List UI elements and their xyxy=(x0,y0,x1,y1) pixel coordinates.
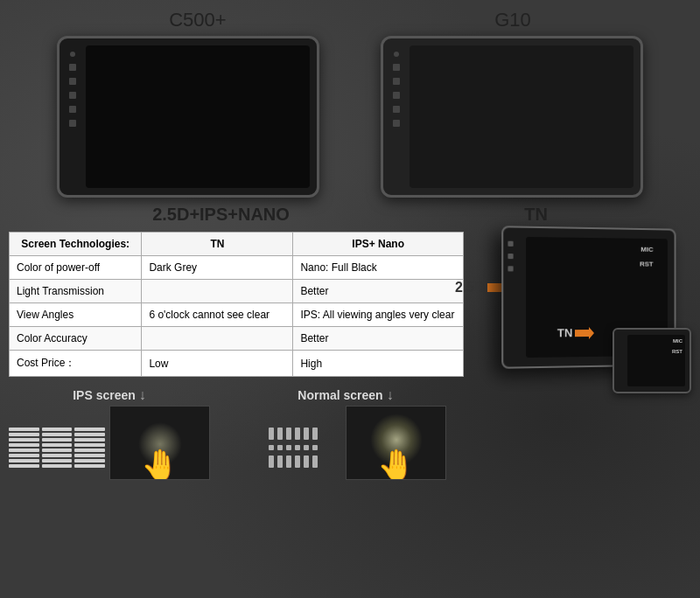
normal-label: Normal screen ↓ xyxy=(298,387,393,403)
tn-cell xyxy=(142,327,293,351)
device-small-mockup: MIC RST xyxy=(612,328,691,393)
ips-cell: Nano: Full Black xyxy=(293,256,464,280)
ips-cell: High xyxy=(293,351,464,377)
g10-mockup xyxy=(381,36,643,198)
rst-label-2: RST xyxy=(672,349,682,354)
c500-screen xyxy=(86,45,310,188)
ips-cell: Better xyxy=(293,327,464,351)
mic-label-1: MIC xyxy=(640,246,653,254)
ips-touch-panel: 🤚 xyxy=(109,406,210,480)
normal-lines-graphic xyxy=(245,414,341,480)
sidebar-icon-2 xyxy=(69,78,76,85)
g10-icon-1 xyxy=(393,64,400,71)
sidebar-dot-1 xyxy=(70,52,75,57)
sidebar-icon-5 xyxy=(69,120,76,127)
rst-label-1: RST xyxy=(640,261,653,268)
g10-icon-3 xyxy=(393,92,400,99)
ips-cell: IPS: All viewing angles very clear xyxy=(293,303,464,327)
tn-arrow-icon xyxy=(575,326,594,338)
feature-cell: Color Accuracy xyxy=(10,327,142,351)
c500-tech-label: 2.5D+IPS+NANO xyxy=(152,205,290,225)
tn-cell: Dark Grey xyxy=(142,256,293,280)
tn-cell: Low xyxy=(142,351,293,377)
side-panel: 2.5D MIC RST TN xyxy=(472,227,691,380)
normal-down-arrow: ↓ xyxy=(387,387,394,403)
sidebar-icon-3 xyxy=(69,92,76,99)
table-row: Cost Price： Low High xyxy=(10,351,464,377)
ips-lines-graphic xyxy=(9,414,105,480)
mic-label-2: MIC xyxy=(673,338,682,344)
tn-label: TN xyxy=(557,326,573,339)
g10-icon-5 xyxy=(393,120,400,127)
ips-down-arrow: ↓ xyxy=(139,387,146,403)
g10-icon-2 xyxy=(393,78,400,85)
ips-label: IPS screen ↓ xyxy=(73,387,146,403)
d3-icon-2 xyxy=(508,254,513,259)
ips-hand-icon: 🤚 xyxy=(141,448,179,480)
g10-label: G10 xyxy=(494,9,531,31)
g10-screen xyxy=(410,45,634,188)
normal-hand-icon: 🤚 xyxy=(377,448,416,480)
feature-cell: View Angles xyxy=(10,303,142,327)
feature-cell: Light Transmission xyxy=(10,280,142,303)
g10-tech-label: TN xyxy=(524,205,548,225)
table-row: Color of power-off Dark Grey Nano: Full … xyxy=(10,256,464,280)
tn-cell xyxy=(142,280,293,303)
feature-cell: Color of power-off xyxy=(10,256,142,280)
normal-touch-panel: 🤚 xyxy=(346,406,446,480)
g10-dot-1 xyxy=(394,52,399,57)
c500-mockup xyxy=(57,36,319,198)
sidebar-icon-1 xyxy=(69,64,76,71)
table-row: View Angles 6 o'clock cannot see clear I… xyxy=(10,303,464,327)
table-row: Color Accuracy Better xyxy=(10,327,464,351)
normal-screen-demo: Normal screen ↓ xyxy=(245,387,446,480)
table-row: Light Transmission Better xyxy=(10,280,464,303)
d3-icon-3 xyxy=(508,266,513,271)
ips-screen-demo: IPS screen ↓ 🤚 xyxy=(9,387,210,480)
g10-icon-4 xyxy=(393,106,400,113)
svg-marker-1 xyxy=(575,326,594,338)
table-header-feature: Screen Technologies: xyxy=(10,233,142,256)
sidebar-icon-4 xyxy=(69,106,76,113)
ips-cell: Better xyxy=(293,280,464,303)
tn-cell: 6 o'clock cannot see clear xyxy=(142,303,293,327)
table-header-ips: IPS+ Nano xyxy=(293,233,464,256)
comparison-table: Screen Technologies: TN IPS+ Nano Color … xyxy=(9,232,464,377)
d3-icon-1 xyxy=(508,241,513,247)
c500-label: C500+ xyxy=(169,9,226,31)
tn-arrow-label: TN xyxy=(557,326,594,339)
feature-cell: Cost Price： xyxy=(10,351,142,377)
label-2d5d: 2.5D xyxy=(455,280,485,296)
table-header-tn: TN xyxy=(142,233,293,256)
